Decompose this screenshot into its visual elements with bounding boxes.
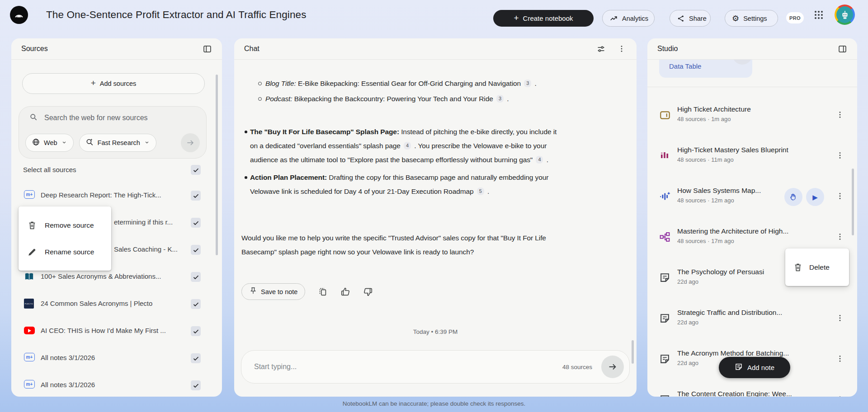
save-to-note-button[interactable]: Save to note [241, 283, 305, 300]
more-options-icon[interactable] [835, 354, 846, 365]
disclaimer: NotebookLM can be inaccurate; please dou… [0, 400, 868, 407]
notebook-title[interactable]: The One-Sentence Profit Extractor and AI… [46, 0, 306, 30]
source-checkbox[interactable] [191, 299, 201, 309]
settings-label: Settings [743, 15, 767, 22]
remove-source-menu-item[interactable]: Remove source [19, 212, 111, 239]
notebooklm-note-icon: m+ [24, 353, 35, 361]
source-checkbox[interactable] [191, 380, 201, 390]
source-checkbox[interactable] [191, 191, 201, 201]
studio-item-title: Mastering the Architecture of High... [677, 227, 788, 235]
chat-panel: Chat Blog Title: E-Bike Bikepacking: Ess… [234, 38, 637, 397]
analytics-button[interactable]: Analytics [602, 10, 655, 27]
source-title: All notes 3/1/2026 [41, 381, 95, 389]
gear-icon: ⚙ [732, 14, 739, 23]
sources-panel-header: Sources [11, 38, 222, 60]
user-avatar[interactable] [835, 5, 855, 25]
share-button[interactable]: Share [670, 10, 711, 27]
rename-source-label: Rename source [45, 248, 94, 256]
more-options-icon[interactable] [835, 232, 846, 243]
checkmark-icon [193, 274, 199, 281]
collapse-panel-icon[interactable] [837, 44, 847, 54]
source-checkbox[interactable] [191, 245, 201, 255]
more-options-icon[interactable] [835, 151, 846, 162]
thumbs-up-icon[interactable] [340, 287, 350, 297]
delete-menu-item[interactable]: Delete [785, 248, 849, 286]
studio-item-title: High-Ticket Mastery Sales Blueprint [677, 146, 788, 154]
collapse-panel-icon[interactable] [202, 44, 212, 54]
checkmark-icon [193, 382, 199, 389]
chat-sub-bullet: Podcast: Bikepacking the Backcountry: Po… [258, 92, 547, 106]
notebooklm-logo-icon[interactable] [10, 6, 28, 24]
pro-badge: PRO [786, 12, 804, 23]
more-options-icon[interactable] [617, 44, 627, 54]
create-notebook-label: Create notebook [523, 14, 573, 22]
source-row[interactable]: AI CEO: THIS is How I'd Make My First ..… [11, 318, 222, 345]
checkmark-icon [193, 220, 199, 226]
source-context-menu: Remove source Rename source [19, 206, 111, 271]
source-title: Sales Coaching - K... [114, 245, 178, 253]
source-row[interactable]: PLECTO24 Common Sales Acronyms | Plecto [11, 290, 222, 318]
more-options-icon[interactable] [835, 395, 846, 397]
notebooklm-app: The One-Sentence Profit Extractor and AI… [0, 0, 868, 412]
studio-item-row[interactable]: How Sales Systems Map...48 sources · 12m… [647, 177, 857, 217]
more-options-icon[interactable] [835, 192, 846, 202]
message-actions-row: Save to note [241, 283, 373, 300]
add-note-label: Add note [747, 364, 774, 371]
share-icon [677, 14, 685, 23]
source-row[interactable]: m+Deep Research Report: The High-Tick... [11, 182, 222, 209]
chat-panel-title: Chat [244, 45, 259, 53]
source-title: Deep Research Report: The High-Tick... [41, 191, 161, 199]
citation-chip[interactable]: 3 [524, 80, 531, 87]
chat-input[interactable]: Start typing... 48 sources [241, 350, 630, 384]
citation-chip[interactable]: 5 [477, 187, 484, 195]
source-checkbox[interactable] [191, 218, 201, 228]
waveform-icon [659, 191, 671, 202]
sources-scrollbar[interactable] [216, 75, 218, 255]
studio-panel: Studio Data Table High Ticket Architectu… [647, 38, 857, 397]
sources-panel-title: Sources [21, 45, 48, 53]
remove-source-label: Remove source [45, 221, 94, 229]
chat-bullet: The "Buy It For Life Basecamp" Splash Pa… [245, 125, 561, 167]
youtube-icon [24, 327, 35, 334]
source-row[interactable]: m+All notes 3/1/2026 [11, 345, 222, 372]
frame-icon [659, 109, 671, 121]
source-checkbox[interactable] [191, 353, 201, 363]
studio-item-meta: 48 sources · 11m ago [677, 156, 788, 164]
chat-scrollbar[interactable] [632, 340, 634, 364]
source-title: etermining if this r... [114, 218, 173, 226]
source-checkbox[interactable] [191, 326, 201, 336]
citation-chip[interactable]: 4 [536, 156, 543, 164]
notebooklm-note-icon: m+ [24, 380, 35, 389]
play-icon: ▶ [812, 194, 818, 201]
add-note-button[interactable]: Add note [719, 357, 790, 378]
copy-icon[interactable] [318, 287, 328, 297]
thumbs-down-icon[interactable] [363, 287, 373, 297]
tune-settings-icon[interactable] [596, 44, 606, 54]
source-title: 24 Common Sales Acronyms | Plecto [41, 300, 152, 307]
source-checkbox[interactable] [191, 272, 201, 282]
settings-button[interactable]: ⚙ Settings [725, 10, 778, 27]
studio-scrollbar[interactable] [852, 169, 854, 235]
rename-source-menu-item[interactable]: Rename source [19, 239, 111, 265]
doc-icon [659, 394, 671, 397]
more-options-icon[interactable] [835, 314, 846, 324]
studio-item-row[interactable]: High Ticket Architecture48 sources · 1m … [647, 95, 857, 136]
send-button[interactable] [601, 356, 624, 378]
play-audio-button[interactable]: ▶ [806, 188, 824, 206]
studio-item-row[interactable]: Strategic Traffic and Distribution...22d… [647, 299, 857, 339]
apps-grid-icon[interactable] [813, 9, 824, 20]
trending-up-icon [609, 14, 618, 23]
chat-bullet-list: The "Buy It For Life Basecamp" Splash Pa… [245, 125, 561, 202]
more-options-icon[interactable] [835, 110, 846, 121]
audio-actions: ▶ [784, 188, 824, 206]
citation-chip[interactable]: 3 [496, 95, 504, 103]
studio-item-row[interactable]: The Content Creation Engine: Wee... [647, 380, 857, 397]
citation-chip[interactable]: 4 [404, 142, 411, 150]
save-to-note-label: Save to note [261, 288, 297, 295]
studio-item-row[interactable]: High-Ticket Mastery Sales Blueprint48 so… [647, 136, 857, 177]
interactive-mode-button[interactable] [784, 188, 802, 206]
source-row[interactable]: m+All notes 3/1/2026 [11, 372, 222, 397]
checkmark-icon [193, 192, 199, 199]
create-notebook-button[interactable]: + Create notebook [493, 10, 594, 27]
plecto-logo-icon: PLECTO [24, 299, 34, 309]
